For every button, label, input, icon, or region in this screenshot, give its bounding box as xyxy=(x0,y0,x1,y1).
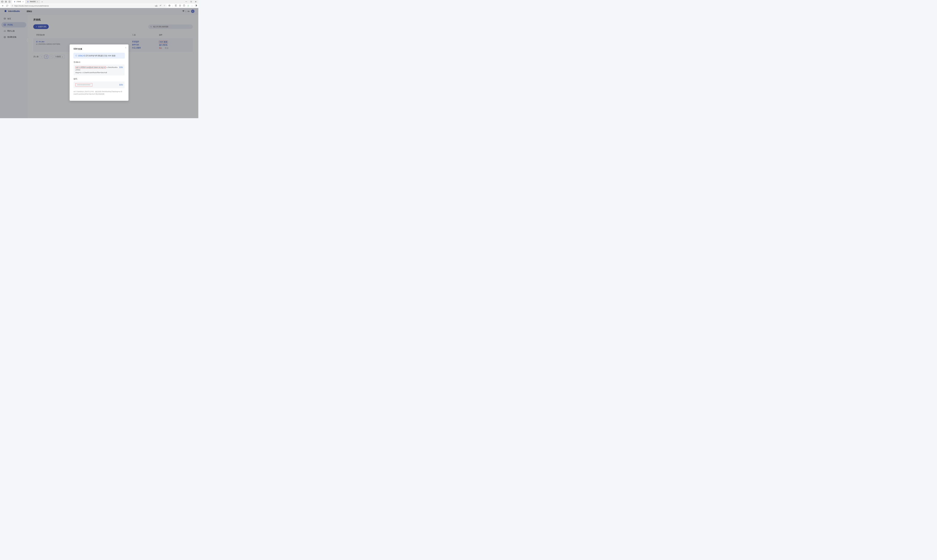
close-icon[interactable]: × xyxy=(37,1,38,3)
refresh-button[interactable] xyxy=(6,4,8,7)
maximize-button[interactable] xyxy=(190,1,192,3)
tab-devmachine[interactable]: 开发机 × xyxy=(12,0,25,3)
favorite-icon[interactable]: ☆ xyxy=(164,4,165,7)
copy-cmd-button[interactable]: 复制 xyxy=(119,66,122,69)
info-banner: ⓘ 添加公钥 后可在本地与开发机建立安全 SSH 连接 xyxy=(74,53,125,58)
more-icon[interactable]: ⋯ xyxy=(191,5,193,7)
new-tab-button[interactable]: ＋ xyxy=(40,0,45,3)
profile-icon[interactable] xyxy=(1,1,3,3)
svg-point-7 xyxy=(28,1,28,2)
pwd-label: 密码 xyxy=(74,78,125,80)
info-text: 后可在本地与开发机建立安全 SSH 连接 xyxy=(85,54,115,56)
lock-icon xyxy=(12,5,14,7)
close-icon[interactable]: × xyxy=(22,1,23,3)
svg-point-6 xyxy=(14,1,15,2)
back-button[interactable] xyxy=(2,4,4,7)
svg-point-1 xyxy=(2,1,2,2)
minimize-button[interactable]: ─ xyxy=(185,1,187,3)
svg-rect-11 xyxy=(175,5,177,6)
svg-rect-13 xyxy=(183,5,185,6)
translate-icon[interactable]: aあ xyxy=(155,4,158,7)
downloads-icon[interactable] xyxy=(187,4,189,7)
login-cmd-label: 登录命令 xyxy=(74,61,125,63)
info-icon: ⓘ xyxy=(76,54,77,57)
ssh-modal: ✕ SSH 连接 ⓘ 添加公钥 后可在本地与开发机建立安全 SSH 连接 登录命… xyxy=(69,45,128,101)
add-key-link[interactable]: 添加公钥 xyxy=(78,54,85,56)
svg-rect-15 xyxy=(196,5,197,6)
collections-icon[interactable] xyxy=(183,4,185,7)
sidebar-panel-icon[interactable] xyxy=(9,1,11,3)
close-window-button[interactable]: ✕ xyxy=(195,1,197,3)
read-aloud-icon[interactable]: A» xyxy=(160,4,161,7)
reader-icon[interactable] xyxy=(175,4,177,7)
tab-label: WebIDE xyxy=(30,1,36,3)
window-titlebar: 开发机 × WebIDE × ＋ ─ ✕ xyxy=(0,0,199,4)
svg-rect-3 xyxy=(6,1,6,2)
login-cmd-box: ssh -p 40314 root@ssh.intern-ai.org.cn -… xyxy=(74,65,125,75)
copy-pwd-button[interactable]: 复制 xyxy=(119,83,122,86)
modal-title: SSH 连接 xyxy=(74,48,125,50)
ext-icon[interactable] xyxy=(168,4,171,7)
workspace-icon[interactable] xyxy=(5,1,7,3)
url-text: https://studio.intern-ai.org.cn/console/… xyxy=(14,5,49,6)
svg-rect-2 xyxy=(5,1,7,2)
login-cmd-text: ssh -p 40314 root@ssh.intern-ai.org.cn -… xyxy=(76,66,118,74)
pwd-masked: ••••••••••••••• xyxy=(76,83,93,86)
modal-note: 由于开发机每次启动节点不同，建议添加 StrictHostKeyChecking… xyxy=(74,91,125,95)
favorites-icon[interactable] xyxy=(179,4,181,7)
cmd-highlight: ssh -p 40314 root@ssh.intern-ai.org.cn xyxy=(76,66,106,69)
svg-rect-8 xyxy=(190,1,191,2)
divider: | xyxy=(173,5,173,7)
pwd-box: ••••••••••••••• 复制 xyxy=(74,82,125,88)
tab-webide[interactable]: WebIDE × xyxy=(25,0,40,3)
svg-rect-4 xyxy=(9,1,11,2)
browser-tabs: 开发机 × WebIDE × ＋ xyxy=(12,0,45,3)
address-bar[interactable]: https://studio.intern-ai.org.cn/console/… xyxy=(10,4,167,7)
tab-label: 开发机 xyxy=(17,1,21,3)
browser-navbar: https://studio.intern-ai.org.cn/console/… xyxy=(0,4,199,8)
svg-rect-9 xyxy=(12,6,13,6)
split-icon[interactable] xyxy=(195,5,197,7)
close-icon[interactable]: ✕ xyxy=(125,46,127,49)
